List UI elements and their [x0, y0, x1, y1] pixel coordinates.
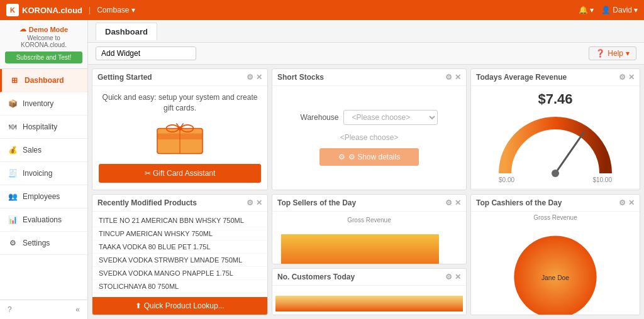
bell-icon: 🔔	[579, 6, 588, 14]
collapse-sidebar-icon[interactable]: «	[75, 305, 80, 314]
sidebar-item-dashboard[interactable]: ⊞ Dashboard	[0, 69, 87, 92]
demo-mode-desc: Welcome to KORONA.cloud.	[5, 35, 82, 48]
short-stocks-title: Short Stocks	[277, 73, 324, 82]
sidebar-item-settings[interactable]: ⚙ Settings	[0, 232, 87, 255]
warehouse-row: Warehouse <Please choose>	[279, 110, 460, 125]
gauge-labels: $0.00 $10.00	[499, 176, 612, 183]
sidebar-label-evaluations: Evaluations	[23, 215, 62, 224]
warehouse-label: Warehouse	[301, 113, 339, 122]
close-top-sellers-icon[interactable]: ✕	[455, 198, 461, 207]
avg-revenue-widget: Todays Average Revenue ⚙ ✕ $7.46	[470, 68, 640, 190]
sidebar-label-employees: Employees	[23, 192, 60, 201]
gauge-container: $7.46	[471, 86, 640, 188]
notifications-button[interactable]: 🔔 ▾	[579, 6, 594, 14]
top-nav-left: K KORONA.cloud | Combase ▾	[6, 4, 135, 16]
product-item-5[interactable]: SVEDKA VODKA MANGO PNAPPLE 1.75L	[92, 267, 267, 280]
close-customers-icon[interactable]: ✕	[455, 273, 461, 281]
gear-short-stocks-icon[interactable]: ⚙	[445, 73, 452, 82]
gear-widget-icon[interactable]: ⚙	[247, 73, 253, 82]
top-nav-right: 🔔 ▾ 👤 David ▾	[579, 6, 638, 14]
product-item-2[interactable]: TINCUP AMERICAN WHSKY 750ML	[92, 227, 267, 241]
customers-today-widget-controls[interactable]: ⚙ ✕	[445, 273, 461, 281]
add-widget-select[interactable]: Add Widget	[96, 46, 196, 60]
sidebar-item-evaluations[interactable]: 📊 Evaluations	[0, 208, 87, 232]
gauge-stats: 1 Customers $7.46 Revenue	[471, 188, 640, 190]
sidebar-label-inventory: Inventory	[23, 99, 53, 108]
top-sellers-widget: Top Sellers of the Day ⚙ ✕ Gross Revenue	[272, 194, 467, 264]
help-circle-icon[interactable]: ?	[8, 305, 12, 314]
gear-recently-modified-icon[interactable]: ⚙	[247, 198, 253, 207]
sidebar-label-sales: Sales	[23, 146, 42, 154]
recently-modified-widget-controls[interactable]: ⚙ ✕	[247, 198, 262, 207]
top-sellers-widget-controls[interactable]: ⚙ ✕	[445, 198, 461, 207]
top-cashiers-header: Top Cashiers of the Day ⚙ ✕	[471, 195, 640, 212]
top-cashiers-widget-controls[interactable]: ⚙ ✕	[619, 198, 635, 207]
user-menu[interactable]: 👤 David ▾	[601, 6, 638, 14]
gear-top-cashiers-icon[interactable]: ⚙	[619, 198, 626, 207]
short-stocks-content: Warehouse <Please choose> <Please choose…	[272, 86, 466, 190]
gear-avg-revenue-icon[interactable]: ⚙	[619, 73, 626, 82]
help-button[interactable]: ❓ Help ▾	[589, 46, 636, 60]
sidebar-item-sales[interactable]: 💰 Sales	[0, 139, 87, 162]
main-content: Dashboard Add Widget ❓ Help ▾ Getting St…	[88, 20, 644, 319]
sales-icon: 💰	[8, 145, 18, 155]
close-short-stocks-icon[interactable]: ✕	[455, 73, 461, 82]
recently-modified-title: Recently Modified Products	[97, 198, 197, 207]
avg-revenue-header: Todays Average Revenue ⚙ ✕	[471, 69, 640, 86]
company-selector[interactable]: Combase ▾	[97, 6, 135, 14]
top-cashiers-subtitle: Gross Revenue	[471, 212, 640, 224]
gear-top-sellers-icon[interactable]: ⚙	[445, 198, 452, 207]
company-chevron-icon: ▾	[131, 6, 135, 14]
show-details-button[interactable]: ⚙ ⚙ Show details	[319, 148, 419, 166]
getting-started-widget-controls[interactable]: ⚙ ✕	[247, 73, 262, 82]
product-item-1[interactable]: TITLE NO 21 AMERICAN BBN WHSKY 750ML	[92, 214, 267, 227]
sidebar-item-invoicing[interactable]: 🧾 Invoicing	[0, 162, 87, 185]
warehouse-select[interactable]: <Please choose>	[343, 110, 438, 125]
sidebar-label-dashboard: Dashboard	[25, 76, 64, 85]
sidebar-item-hospitality[interactable]: 🍽 Hospitality	[0, 116, 87, 139]
close-recently-modified-icon[interactable]: ✕	[256, 198, 262, 207]
close-avg-revenue-icon[interactable]: ✕	[628, 73, 635, 82]
product-item-6[interactable]: STOLICHNAYA 80 750ML	[92, 280, 267, 293]
getting-started-header: Getting Started ⚙ ✕	[92, 69, 267, 86]
short-stocks-widget-controls[interactable]: ⚙ ✕	[445, 73, 461, 82]
getting-started-title: Getting Started	[97, 73, 152, 82]
sidebar-label-invoicing: Invoicing	[23, 169, 52, 178]
korona-logo-icon: K	[6, 4, 19, 16]
sidebar-label-hospitality: Hospitality	[23, 122, 57, 131]
sidebar-item-employees[interactable]: 👥 Employees	[0, 185, 87, 208]
carousel-dots	[92, 189, 267, 190]
customers-today-header: No. Customers Today ⚙ ✕	[272, 269, 466, 286]
inventory-icon: 📦	[8, 99, 18, 109]
demo-mode-box: ☁ Demo Mode Welcome to KORONA.cloud. Sub…	[0, 20, 87, 69]
top-sellers-bar-chart	[277, 227, 461, 264]
dashboard-tab[interactable]: Dashboard	[96, 23, 157, 40]
quick-lookup-button[interactable]: ⬆ Quick Product Lookup...	[92, 297, 267, 315]
getting-started-content: Quick and easy: setup your system and cr…	[92, 86, 267, 189]
gear-customers-icon[interactable]: ⚙	[445, 273, 452, 281]
show-details-label: ⚙ Show details	[348, 153, 400, 161]
product-item-3[interactable]: TAAKA VODKA 80 BLUE PET 1.75L	[92, 241, 267, 254]
hospitality-icon: 🍽	[8, 122, 18, 132]
gift-card-assistant-button[interactable]: ✂ Gift Card Assistant	[99, 164, 261, 183]
sidebar-item-inventory[interactable]: 📦 Inventory	[0, 92, 87, 116]
product-item-4[interactable]: SVEDKA VODKA STRWBRY LMNADE 750ML	[92, 254, 267, 267]
svg-rect-10	[281, 234, 439, 264]
demo-mode-title: ☁ Demo Mode	[5, 25, 82, 33]
svg-text:Jane Doe: Jane Doe	[541, 274, 569, 281]
getting-started-desc: Quick and easy: setup your system and cr…	[99, 92, 261, 114]
subscribe-button[interactable]: Subscribe and Test!	[5, 51, 82, 63]
customers-bar-chart	[275, 289, 463, 311]
svg-rect-12	[275, 296, 463, 311]
sidebar-label-settings: Settings	[23, 239, 50, 247]
close-widget-icon[interactable]: ✕	[256, 73, 262, 82]
close-top-cashiers-icon[interactable]: ✕	[628, 198, 635, 207]
help-circle-btn-icon: ❓	[596, 49, 605, 58]
dashboard-icon: ⊞	[9, 75, 19, 85]
help-chevron-icon: ▾	[626, 49, 630, 58]
product-list: TITLE NO 21 AMERICAN BBN WHSKY 750ML TIN…	[92, 212, 267, 298]
top-sellers-subtitle: Gross Revenue	[277, 217, 461, 224]
gauge-min-label: $0.00	[499, 176, 514, 183]
top-navigation: K KORONA.cloud | Combase ▾ 🔔 ▾ 👤 David ▾	[0, 0, 644, 20]
avg-revenue-widget-controls[interactable]: ⚙ ✕	[619, 73, 635, 82]
